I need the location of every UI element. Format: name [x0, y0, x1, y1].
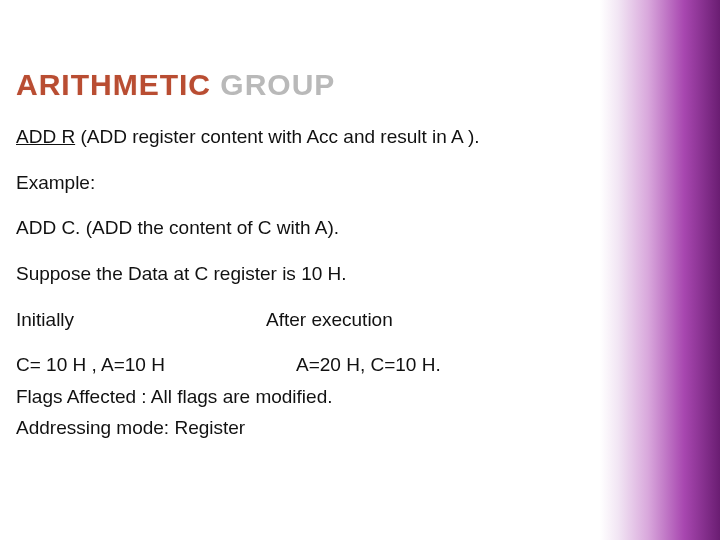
- initially-label: Initially: [16, 307, 266, 333]
- add-r-desc: (ADD register content with Acc and resul…: [75, 126, 479, 147]
- slide-title: ARITHMETIC GROUP: [16, 68, 696, 102]
- slide-body: ADD R (ADD register content with Acc and…: [16, 124, 696, 441]
- suppose-line: Suppose the Data at C register is 10 H.: [16, 261, 696, 287]
- flags-line: Flags Affected : All flags are modified.: [16, 384, 696, 410]
- add-r-underline: ADD R: [16, 126, 75, 147]
- after-values: A=20 H, C=10 H.: [266, 352, 441, 378]
- addressing-mode-line: Addressing mode: Register: [16, 415, 696, 441]
- state-header-row: Initially After execution: [16, 307, 696, 333]
- example-label: Example:: [16, 170, 696, 196]
- state-values-row: C= 10 H , A=10 H A=20 H, C=10 H.: [16, 352, 696, 378]
- add-c-line: ADD C. (ADD the content of C with A).: [16, 215, 696, 241]
- title-part-2: GROUP: [220, 68, 335, 101]
- slide-content: ARITHMETIC GROUP ADD R (ADD register con…: [0, 0, 720, 540]
- add-r-line: ADD R (ADD register content with Acc and…: [16, 124, 696, 150]
- before-values: C= 10 H , A=10 H: [16, 352, 266, 378]
- after-label: After execution: [266, 307, 393, 333]
- title-part-1: ARITHMETIC: [16, 68, 211, 101]
